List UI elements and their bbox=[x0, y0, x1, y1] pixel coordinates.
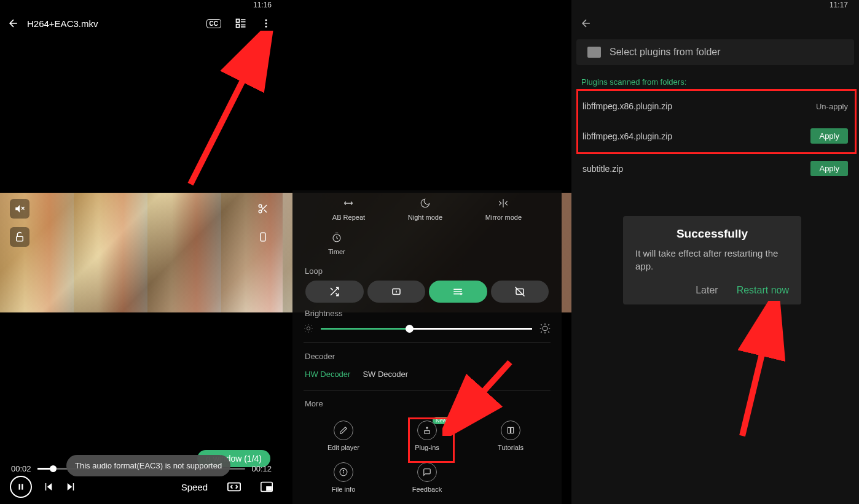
mirror-mode-label: Mirror mode bbox=[485, 214, 522, 221]
svg-marker-22 bbox=[47, 483, 52, 490]
decoder-label: Decoder bbox=[292, 346, 562, 366]
mute-icon[interactable] bbox=[10, 199, 29, 219]
plugins-header bbox=[571, 10, 859, 37]
edit-player-label: Edit player bbox=[328, 444, 359, 451]
more-label: More bbox=[292, 393, 562, 413]
svg-rect-25 bbox=[73, 483, 74, 490]
hw-decoder-button[interactable]: HW Decoder bbox=[305, 370, 350, 379]
svg-rect-11 bbox=[17, 236, 23, 241]
dialog-body: It will take effect after restarting the… bbox=[635, 247, 789, 273]
svg-rect-20 bbox=[19, 484, 20, 489]
unlock-icon[interactable] bbox=[10, 227, 29, 247]
svg-line-15 bbox=[264, 210, 267, 212]
speed-button[interactable]: Speed bbox=[181, 482, 208, 492]
annotation-box bbox=[408, 417, 455, 463]
sw-decoder-button[interactable]: SW Decoder bbox=[363, 370, 408, 379]
loop-label: Loop bbox=[292, 260, 562, 281]
timer-label: Timer bbox=[328, 248, 345, 255]
back-icon[interactable] bbox=[6, 16, 21, 31]
svg-rect-21 bbox=[22, 484, 23, 489]
night-mode-label: Night mode bbox=[408, 214, 442, 221]
svg-line-19 bbox=[190, 38, 264, 184]
next-button[interactable] bbox=[65, 481, 76, 492]
feedback-label: Feedback bbox=[412, 486, 442, 493]
svg-rect-3 bbox=[237, 25, 240, 28]
brightness-slider[interactable] bbox=[321, 328, 532, 330]
night-mode-button[interactable]: Night mode bbox=[408, 196, 442, 221]
svg-rect-26 bbox=[228, 483, 240, 491]
select-folder-label: Select plugins from folder bbox=[610, 47, 721, 58]
video-title: H264+EAC3.mkv bbox=[27, 18, 206, 29]
video-frame[interactable] bbox=[0, 193, 283, 312]
shuffle-button[interactable] bbox=[305, 281, 364, 303]
ab-repeat-label: AB Repeat bbox=[332, 214, 365, 221]
back-icon-3[interactable] bbox=[580, 17, 592, 29]
svg-marker-24 bbox=[68, 483, 73, 490]
current-time: 00:02 bbox=[11, 464, 31, 473]
later-button[interactable]: Later bbox=[696, 285, 718, 296]
brightness-low-icon bbox=[304, 324, 313, 333]
edit-player-button[interactable]: Edit player bbox=[304, 417, 383, 455]
status-time-3: 11:17 bbox=[830, 1, 848, 9]
repeat-one-button[interactable] bbox=[367, 281, 426, 303]
player-controls: Speed bbox=[0, 476, 283, 498]
brightness-high-icon bbox=[539, 323, 551, 334]
ab-repeat-button[interactable]: AB Repeat bbox=[332, 196, 365, 221]
previous-button[interactable] bbox=[43, 481, 54, 492]
status-bar-3: 11:17 bbox=[571, 0, 859, 10]
restart-now-button[interactable]: Restart now bbox=[737, 285, 789, 296]
svg-rect-23 bbox=[45, 483, 47, 490]
annotation-box-3 bbox=[576, 89, 857, 154]
svg-rect-28 bbox=[267, 487, 272, 490]
svg-point-37 bbox=[343, 470, 343, 471]
tutorials-button[interactable]: Tutorials bbox=[471, 417, 551, 455]
toast-message: This audio format(EAC3) is not supported bbox=[66, 455, 230, 476]
file-info-label: File info bbox=[332, 486, 356, 493]
svg-line-16 bbox=[261, 207, 263, 209]
plugin-name-3: subtitle.zip bbox=[582, 164, 623, 174]
success-dialog: Successfully It will take effect after r… bbox=[623, 216, 801, 304]
cc-icon[interactable]: CC bbox=[206, 19, 221, 28]
tutorials-label: Tutorials bbox=[498, 444, 524, 451]
brightness-label: Brightness bbox=[292, 303, 562, 323]
feedback-button[interactable]: Feedback bbox=[387, 459, 467, 497]
status-time: 11:16 bbox=[253, 1, 272, 9]
pause-button[interactable] bbox=[10, 476, 32, 498]
svg-rect-17 bbox=[261, 233, 265, 241]
repeat-all-button[interactable] bbox=[429, 281, 487, 303]
mirror-mode-button[interactable]: Mirror mode bbox=[485, 196, 522, 221]
svg-point-8 bbox=[265, 26, 267, 28]
dialog-title: Successfully bbox=[635, 227, 789, 241]
folder-icon bbox=[587, 47, 601, 58]
svg-point-6 bbox=[265, 19, 267, 21]
player-header: H264+EAC3.mkv CC bbox=[0, 10, 283, 37]
svg-rect-0 bbox=[237, 19, 240, 22]
svg-point-12 bbox=[259, 204, 262, 207]
playlist-icon[interactable] bbox=[235, 17, 247, 29]
pip-icon[interactable] bbox=[261, 481, 273, 492]
annotation-arrow bbox=[160, 31, 273, 190]
apply-button-3[interactable]: Apply bbox=[810, 161, 848, 176]
cut-icon[interactable] bbox=[253, 199, 273, 219]
svg-point-33 bbox=[307, 327, 310, 330]
more-menu-icon[interactable] bbox=[261, 18, 272, 29]
svg-point-13 bbox=[259, 210, 262, 213]
select-folder-row[interactable]: Select plugins from folder bbox=[576, 39, 854, 65]
file-info-button[interactable]: File info bbox=[304, 459, 383, 497]
rotate-icon[interactable] bbox=[253, 227, 273, 247]
status-bar: 11:16 bbox=[0, 0, 283, 10]
total-time: 00:12 bbox=[251, 464, 272, 473]
svg-point-7 bbox=[265, 23, 267, 25]
plugin-row-3: subtitle.zip Apply bbox=[571, 152, 859, 185]
aspect-icon[interactable] bbox=[227, 482, 241, 492]
svg-point-34 bbox=[543, 326, 547, 331]
timer-button[interactable]: Timer bbox=[328, 231, 345, 255]
no-repeat-button[interactable] bbox=[491, 281, 549, 303]
